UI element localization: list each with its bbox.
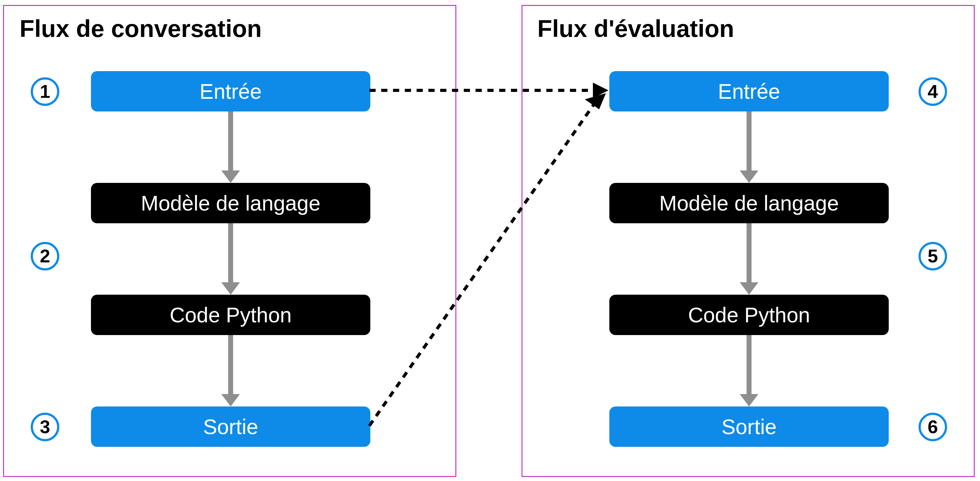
step-badge-1: 1: [31, 77, 59, 106]
evaluation-output-node: Sortie: [609, 406, 889, 447]
conversation-flow-panel: Flux de conversation Entrée Modèle de la…: [3, 5, 456, 477]
step-badge-2: 2: [31, 242, 59, 271]
conversation-flow-title: Flux de conversation: [19, 14, 262, 43]
arrow-down-icon: [746, 335, 751, 395]
step-badge-4: 4: [918, 77, 947, 106]
arrow-down-icon: [746, 111, 751, 172]
evaluation-flow-title: Flux d'évaluation: [537, 14, 734, 43]
step-badge-5: 5: [918, 242, 947, 271]
evaluation-python-code-node: Code Python: [609, 295, 889, 335]
conversation-output-node: Sortie: [91, 406, 370, 447]
step-badge-6: 6: [918, 413, 947, 441]
arrow-down-icon: [746, 223, 751, 284]
arrow-down-icon: [228, 335, 233, 395]
conversation-input-node: Entrée: [91, 71, 370, 111]
evaluation-language-model-node: Modèle de langage: [609, 183, 889, 223]
conversation-language-model-node: Modèle de langage: [91, 183, 370, 223]
step-badge-3: 3: [31, 413, 59, 441]
evaluation-input-node: Entrée: [609, 71, 889, 111]
evaluation-flow-panel: Flux d'évaluation Entrée Modèle de langa…: [522, 5, 975, 477]
arrow-down-icon: [228, 111, 233, 172]
arrow-down-icon: [228, 223, 233, 284]
conversation-python-code-node: Code Python: [91, 295, 370, 335]
